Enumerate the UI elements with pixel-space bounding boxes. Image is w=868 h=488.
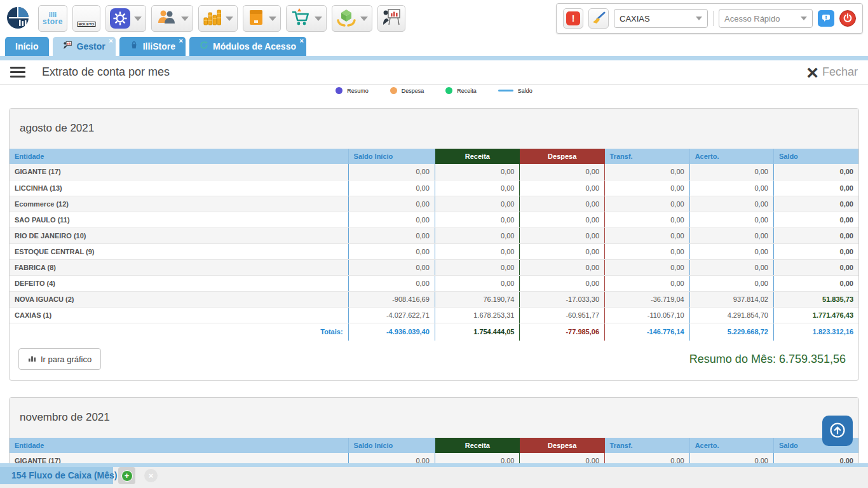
close-icon[interactable]: × [179,37,183,44]
table-row[interactable]: DEFEITO (4)0,000,000,000,000,000,00 [10,275,858,291]
totals-cell: 1.823.312,16 [773,323,858,341]
column-header[interactable]: Transf. [605,438,690,453]
boleto-button[interactable]: BOLETO [72,5,100,32]
cell-entity: DEFEITO (4) [10,275,348,291]
table-row[interactable]: Ecommerce (12)0,000,000,000,000,000,00 [10,196,858,212]
tab-label: Gestor [77,37,105,56]
plus-icon: + [121,470,133,482]
settings-menu-button[interactable] [105,5,146,32]
store-icon [130,37,139,56]
table-row[interactable]: FABRICA (8)0,000,000,000,000,000,00 [10,259,858,275]
add-task-button[interactable]: + [118,467,135,484]
column-header[interactable]: Receita [435,149,520,164]
page-title: Extrato de conta por mes [42,65,170,79]
quick-panel: ! CAXIAS Acesso Rápido [556,3,863,34]
totals-label: Totais: [10,323,348,341]
column-header[interactable]: Entidade [10,149,348,164]
column-header[interactable]: Entidade [10,438,348,453]
illistore-button[interactable]: illi store [38,5,67,32]
table-cell: 0,00 [348,196,435,212]
table-cell: 1.771.476,43 [773,307,858,323]
tab-label: Início [15,37,39,56]
table-cell: 0,00 [520,227,605,243]
table-cell: 0,00 [435,243,520,259]
table-cell: 0,00 [520,212,605,227]
saldo-line-icon [498,90,513,92]
column-header[interactable]: Acerto. [689,438,773,453]
close-icon[interactable]: × [109,37,112,44]
main-content: agosto de 2021 EntidadeSaldo InícioRecei… [0,108,868,470]
table-cell: 0,00 [605,180,690,196]
products-menu-button[interactable] [243,5,281,32]
sales-menu-button[interactable] [286,5,327,32]
scroll-to-top-button[interactable] [822,416,853,446]
table-cell: -4.027.622,71 [348,307,435,323]
management-button[interactable] [377,5,405,32]
chevron-down-icon [181,17,189,21]
table-row[interactable]: RIO DE JANEIRO (10)0,000,000,000,000,000… [10,227,858,243]
table-cell: 0,00 [348,212,435,227]
task-tab-fluxo-de-caixa[interactable]: 154 Fluxo de Caixa (Mês) [0,467,113,484]
alerts-button[interactable]: ! [563,8,583,29]
menu-icon[interactable] [10,67,25,78]
table-cell: 0,00 [689,164,773,180]
table-cell: 0,00 [520,196,605,212]
table-row[interactable]: NOVA IGUACU (2)-908.416,6976.190,74-17.0… [10,291,858,307]
table-cell: 0,00 [605,259,690,275]
column-header[interactable]: Saldo Início [348,149,435,164]
table-cell: 0,00 [689,227,773,243]
table-cell: 0,00 [689,259,773,275]
month-panel-agosto: agosto de 2021 EntidadeSaldo InícioRecei… [9,108,859,381]
column-header[interactable]: Saldo Início [348,438,435,453]
quick-access-select[interactable]: Acesso Rápido [719,9,813,28]
table-cell: 0,00 [689,212,773,227]
table-row[interactable]: GIGANTE (17)0,000,000,000,000,000,00 [10,164,858,180]
stock-menu-button[interactable] [332,5,372,32]
app-logo-icon[interactable] [5,4,33,32]
chat-button[interactable] [818,10,834,27]
column-header[interactable]: Despesa [520,438,605,453]
cell-entity: NOVA IGUACU (2) [10,291,348,307]
company-select[interactable]: CAXIAS [614,9,708,28]
hands-cube-icon [336,8,356,29]
table-row[interactable]: ESTOQUE CENTRAL (9)0,000,000,000,000,000… [10,243,858,259]
totals-cell: 1.754.444,05 [435,323,520,341]
close-page-button[interactable]: × Fechar [806,64,858,81]
column-header[interactable]: Saldo [773,149,858,164]
table-row[interactable]: SAO PAULO (11)0,000,000,000,000,000,00 [10,212,858,227]
tab-inicio[interactable]: Início [5,37,49,56]
column-header[interactable]: Despesa [520,149,605,164]
cell-entity: Ecommerce (12) [10,196,348,212]
table-cell: 0,00 [605,227,690,243]
tab-illistore[interactable]: IlliStore × [119,37,186,56]
column-header[interactable]: Receita [435,438,520,453]
table-cell: 0,00 [348,275,435,291]
people-menu-button[interactable] [151,5,193,32]
column-header[interactable]: Acerto. [689,149,773,164]
tab-gestor[interactable]: Gestor × [53,37,116,56]
close-icon[interactable]: × [300,37,304,44]
logout-button[interactable] [839,10,856,27]
legend-receita: Receita [445,87,477,94]
presentation-icon [63,37,72,56]
table-row[interactable]: LICCINHA (13)0,000,000,000,000,000,00 [10,180,858,196]
table-row[interactable]: CAXIAS (1)-4.027.622,711.678.253,31-60.9… [10,307,858,323]
shopping-cart-icon [290,7,311,30]
top-toolbar: illi store BOLETO [0,0,868,37]
chevron-down-icon [226,17,233,21]
column-header[interactable]: Transf. [605,149,690,164]
table-cell: 0,00 [348,164,435,180]
table-cell: 1.678.253,31 [435,307,520,323]
statement-table: EntidadeSaldo InícioReceitaDespesaTransf… [10,149,858,341]
table-cell: 0,00 [773,259,858,275]
go-to-chart-button[interactable]: Ir para gráfico [18,348,101,370]
table-cell: 0,00 [520,164,605,180]
table-cell: 0,00 [348,259,435,275]
chevron-down-icon [315,17,322,21]
table-cell: 0,00 [773,196,858,212]
page-header: Extrato de conta por mes × Fechar [0,60,868,85]
finance-menu-button[interactable] [198,5,238,32]
tab-modulos-de-acesso[interactable]: Módulos de Acesso × [189,37,306,56]
clean-button[interactable] [588,8,609,29]
close-icon[interactable]: × [144,469,158,482]
